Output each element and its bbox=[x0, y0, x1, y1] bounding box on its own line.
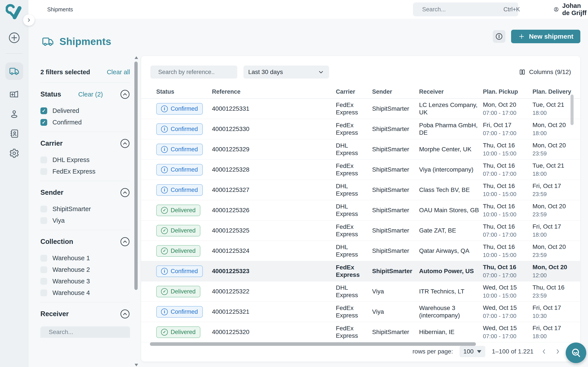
filter-option[interactable]: FedEx Express bbox=[40, 168, 130, 175]
column-header-receiver[interactable]: Receiver bbox=[419, 88, 483, 95]
table-row[interactable]: Confirmed40001225331FedEx ExpressShipitS… bbox=[141, 99, 580, 119]
table-row[interactable]: Confirmed40001225327DHL ExpressShipitSma… bbox=[141, 180, 580, 200]
filter-option[interactable]: Warehouse 2 bbox=[40, 266, 130, 273]
table-vertical-scrollbar-thumb[interactable] bbox=[571, 94, 574, 125]
previous-page-icon[interactable] bbox=[540, 348, 548, 355]
cell-sender: ShipitSmarter bbox=[372, 125, 419, 133]
checkbox-unchecked[interactable] bbox=[40, 168, 47, 175]
cell-plan-delivery-date: Tue, Oct 21 bbox=[532, 162, 576, 169]
cell-plan-pickup-date: Thu, Oct 16 bbox=[483, 264, 528, 271]
table-row[interactable]: Delivered40001225326DHL ExpressShipitSma… bbox=[141, 200, 580, 220]
filter-option[interactable]: Delivered bbox=[40, 107, 130, 114]
clear-status-link[interactable]: Clear (2) bbox=[78, 91, 103, 98]
column-header-sender[interactable]: Sender bbox=[372, 88, 419, 95]
column-header-status[interactable]: Status bbox=[156, 88, 212, 95]
cell-sender: ShipitSmarter bbox=[372, 207, 419, 214]
checkbox-checked[interactable] bbox=[40, 119, 47, 126]
more-options-circle-icon bbox=[495, 33, 503, 40]
cell-plan-delivery-date: Mon, Oct 20 bbox=[532, 203, 576, 210]
cell-reference: 40001225320 bbox=[212, 328, 336, 336]
table-row[interactable]: Confirmed40001225323FedEx ExpressShipitS… bbox=[141, 261, 580, 281]
collapse-section-icon[interactable] bbox=[120, 309, 130, 319]
expand-sidebar-button[interactable] bbox=[23, 14, 34, 26]
filters-scrollbar[interactable] bbox=[134, 56, 138, 366]
column-header-carrier[interactable]: Carrier bbox=[336, 88, 372, 95]
filter-option[interactable]: Warehouse 1 bbox=[40, 255, 130, 262]
rows-per-page-select[interactable]: 100 bbox=[460, 346, 485, 357]
filter-option[interactable]: ShipitSmarter bbox=[40, 205, 130, 213]
rail-divider bbox=[6, 53, 23, 54]
columns-button[interactable]: Columns (9/12) bbox=[519, 68, 571, 75]
scroll-up-arrow[interactable] bbox=[135, 56, 138, 59]
column-header-plan-pickup[interactable]: Plan. Pickup bbox=[483, 88, 532, 95]
table-row[interactable]: Confirmed40001225329DHL ExpressShipitSma… bbox=[141, 139, 580, 160]
collapse-section-icon[interactable] bbox=[120, 89, 130, 99]
cell-receiver: Class Tech BV, BE bbox=[419, 186, 483, 194]
next-page-icon[interactable] bbox=[554, 348, 562, 355]
table-row[interactable]: Confirmed40001225328FedEx ExpressShipitS… bbox=[141, 160, 580, 180]
page-header: Shipments bbox=[42, 29, 111, 54]
checkbox-unchecked[interactable] bbox=[40, 278, 47, 285]
info-circle-icon bbox=[161, 126, 168, 133]
checkbox-unchecked[interactable] bbox=[40, 266, 47, 273]
column-header-reference[interactable]: Reference bbox=[212, 88, 336, 95]
filter-option[interactable]: Warehouse 3 bbox=[40, 278, 130, 285]
support-search-fab[interactable] bbox=[566, 342, 586, 363]
global-search-input[interactable] bbox=[422, 6, 500, 13]
table-row[interactable]: Delivered40001225322DHL ExpressViyaITR T… bbox=[141, 281, 580, 302]
column-header-plan-delivery[interactable]: Plan. Delivery bbox=[532, 88, 580, 95]
page-options-button[interactable] bbox=[493, 30, 505, 43]
collapse-section-icon[interactable] bbox=[120, 138, 130, 149]
filter-option[interactable]: DHL Express bbox=[40, 156, 130, 164]
collapse-section-icon[interactable] bbox=[120, 237, 130, 247]
checkbox-unchecked[interactable] bbox=[40, 157, 47, 163]
table-row[interactable]: Delivered40001225320FedEx ExpressShipitS… bbox=[141, 322, 580, 342]
sidebar-item-address-book[interactable] bbox=[9, 128, 19, 139]
receiver-search-input[interactable] bbox=[48, 328, 128, 336]
checkbox-unchecked[interactable] bbox=[40, 290, 47, 296]
user-menu[interactable]: Johan de Grijff bbox=[554, 0, 588, 19]
cell-plan-delivery: Fri, Oct 1718:00 bbox=[532, 325, 580, 340]
global-search[interactable]: Ctrl+K bbox=[413, 2, 518, 16]
cell-plan-pickup: Thu, Oct 1610:00 - 15:00 bbox=[483, 203, 532, 218]
sidebar-item-containers[interactable] bbox=[9, 89, 19, 100]
receiver-search[interactable] bbox=[40, 326, 130, 338]
cell-reference: 40001225323 bbox=[212, 267, 336, 275]
cell-plan-delivery-time: 18:00 bbox=[532, 231, 576, 238]
filter-option[interactable]: Warehouse 4 bbox=[40, 289, 130, 296]
checkbox-checked[interactable] bbox=[40, 108, 47, 114]
cell-receiver: Hibernian, IE bbox=[419, 328, 483, 336]
filter-option[interactable]: Confirmed bbox=[40, 119, 130, 126]
status-badge: Delivered bbox=[156, 225, 200, 236]
checkbox-unchecked[interactable] bbox=[40, 217, 47, 224]
checkbox-unchecked[interactable] bbox=[40, 206, 47, 212]
sidebar-item-settings[interactable] bbox=[9, 148, 19, 158]
table-row[interactable]: Confirmed40001225321FedEx ExpressViyaWar… bbox=[141, 302, 580, 322]
user-name: Johan de Grijff bbox=[562, 2, 588, 17]
reference-search[interactable] bbox=[150, 66, 237, 79]
cell-plan-delivery: Mon, Oct 2023:59 bbox=[532, 203, 580, 218]
scrollbar-thumb[interactable] bbox=[134, 62, 138, 290]
magnifier-smile-icon bbox=[570, 347, 582, 359]
table-row[interactable]: Delivered40001225324DHL ExpressShipitSma… bbox=[141, 241, 580, 261]
breadcrumb: Shipments bbox=[47, 0, 73, 19]
create-new-icon[interactable] bbox=[8, 32, 20, 44]
cell-plan-delivery-date: Fri, Oct 17 bbox=[532, 223, 576, 230]
date-range-select[interactable]: Last 30 days bbox=[243, 66, 329, 79]
new-shipment-button[interactable]: New shipment bbox=[511, 30, 580, 43]
info-circle-icon bbox=[161, 268, 168, 275]
scroll-down-arrow[interactable] bbox=[135, 364, 138, 366]
icon-rail bbox=[0, 0, 28, 367]
container-icon bbox=[9, 89, 19, 100]
sidebar-item-shipments[interactable] bbox=[5, 62, 23, 80]
rows-per-page-label: rows per page: bbox=[413, 348, 453, 355]
reference-search-input[interactable] bbox=[158, 68, 236, 76]
collapse-section-icon[interactable] bbox=[120, 188, 130, 198]
table-row[interactable]: Delivered40001225325FedEx ExpressShipitS… bbox=[141, 220, 580, 241]
status-label: Confirmed bbox=[171, 187, 198, 193]
table-row[interactable]: Confirmed40001225330FedEx ExpressShipitS… bbox=[141, 119, 580, 139]
filter-option[interactable]: Viya bbox=[40, 217, 130, 224]
checkbox-unchecked[interactable] bbox=[40, 255, 47, 262]
sidebar-item-tracking[interactable] bbox=[9, 109, 19, 119]
clear-all-link[interactable]: Clear all bbox=[107, 68, 130, 76]
